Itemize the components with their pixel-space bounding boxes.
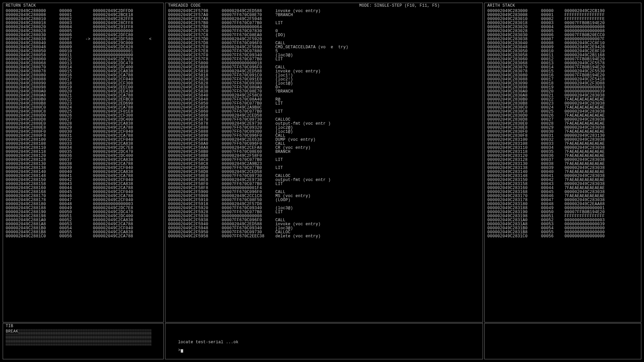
threaded-code-row: 000002049C2F583000007FF670C080A0 0> [168, 85, 480, 89]
threaded-code-row: 000002049C2F593800007FF670C096F0 CALL [168, 218, 480, 222]
tib-panel: TIB BREAK░░░░░░░░░░░░░░░░░░░░░░░░░░░░░░░… [3, 323, 164, 359]
arith-stack-row: 000002049C2831C000056 0000000000000000 [487, 234, 638, 238]
threaded-code-row: 000002049C2F595800007FF670C2EEC38 delete… [168, 234, 480, 238]
threaded-code-row: 000002049C2F59300000000000000008 [168, 214, 480, 218]
tib-body: BREAK░░░░░░░░░░░░░░░░░░░░░░░░░░░░░░░░░░░… [3, 329, 163, 346]
threaded-code-row: 000002049C2F57F000007FF670C09340 (loc3@) [168, 53, 480, 57]
return-stack-title: RETURN STACK [3, 3, 163, 8]
threaded-code-row: 000002049C2F57D0000002049C2F5920 [168, 37, 480, 41]
threaded-code-row: 000002049C2F58B000007FF670C08E60 BRANCH [168, 150, 480, 154]
threaded-code-panel: THREADED CODE MODE: SINGLE-STEP (F10, F1… [165, 3, 483, 322]
threaded-code-row: 000002049C2F580800007FF670C096F0 CALL [168, 65, 480, 69]
threaded-code-row: 000002049C2F57C000007FF670C07830 0 [168, 29, 480, 33]
threaded-code-row: 000002049C2F5810000002049C2ED588 invoke … [168, 69, 480, 73]
threaded-code-row: 000002049C2F57F800007FF670C077B0 LIT [168, 57, 480, 61]
threaded-code-row: 000002049C2F57B80000000000000064 [168, 25, 480, 29]
threaded-code-row: 000002049C2F582800007FF670C09300 (loc1@) [168, 81, 480, 85]
threaded-code-row: 000002049C2F57E800007FF670C07880 5 [168, 49, 480, 53]
threaded-code-header: THREADED CODE MODE: SINGLE-STEP (F10, F1… [165, 3, 483, 8]
threaded-code-row: 000002049C2F5840000002049C2F58C0 [168, 94, 480, 98]
return-stack-panel: RETURN STACK 000002049C28800000000 00000… [3, 3, 164, 322]
threaded-code-row: 000002049C2F585000007FF670C077B0 LIT [168, 102, 480, 106]
threaded-code-row: 000002049C2F588000007FF670C09320 (loc2@) [168, 126, 480, 130]
arith-stack-panel: ARITH STACK 000002049C28300000000 000002… [484, 3, 641, 322]
threaded-code-row: 000002049C2F583800007FF670C08E70 ?BRANCH [168, 89, 480, 94]
threaded-code-row: 000002049C2F58A8000002049C2CEFA8 CR (voc… [168, 146, 480, 150]
threaded-code-row: 000002049C2F595000007FF670C09730 CALLOC [168, 230, 480, 234]
threaded-code-row: 000002049C2F5898000002049C2E6538 DUMP (v… [168, 138, 480, 142]
threaded-code-row: 000002049C2F58A000007FF670C096F0 CALL [168, 142, 480, 146]
threaded-code-row: 000002049C2F586000007FF670C077B0 LIT [168, 110, 480, 114]
console-prompt: > [178, 348, 181, 353]
threaded-code-row: 000002049C2F5798000002049C2ED588 invoke … [168, 9, 480, 13]
console-body: locate test-serial ...ok > [165, 323, 483, 357]
threaded-code-row: 000002049C2F592000007FF670C09340 (loc3@) [168, 206, 480, 210]
threaded-code-row: 000002049C2F5918000002049C2F57D8 [168, 202, 480, 206]
threaded-code-row: 000002049C2F590000007FF670C096F0 CALL [168, 190, 480, 194]
threaded-code-row: 000002049C2F57C800007FF670C08EA0 (DO) [168, 33, 480, 37]
threaded-code-row: 000002049C2F58B8000002049C2F58F0 [168, 154, 480, 158]
threaded-code-row: 000002049C2F5878000002049C2E9730 output-… [168, 122, 480, 126]
console-panel[interactable]: locate test-serial ...ok > [165, 323, 483, 359]
threaded-code-row: 000002049C2F57A8000002049C2F5948 [168, 17, 480, 21]
threaded-code-row: 000002049C2F581800007FF670C091C0 (loc1!) [168, 73, 480, 77]
threaded-code-row: 000002049C2F5908000002049C2CC1C8 MS (voc… [168, 194, 480, 198]
threaded-code-row: 000002049C2F58F800000000000001F4 [168, 186, 480, 190]
threaded-code-row: 000002049C2F5940000002049C2ED588 invoke … [168, 222, 480, 226]
mode-label: MODE: SINGLE-STEP (F10, F11, F5) [359, 4, 440, 8]
console-output: locate test-serial ...ok [178, 340, 238, 345]
arith-stack-body: 000002049C28300000000 000002049C2CB19000… [485, 8, 641, 239]
threaded-code-row: 000002049C2F58D8000002049C2CED58 [168, 170, 480, 174]
threaded-code-row: 000002049C2F591000007FF670C08F50 (LOOP) [168, 198, 480, 202]
threaded-code-row: 000002049C2F594800007FF670C09340 (loc3@) [168, 226, 480, 230]
threaded-code-row: 000002049C2F57E0000002049C2F5690 CMD_GET… [168, 45, 480, 49]
threaded-code-row: 000002049C2F58C000007FF670C077B0 LIT [168, 158, 480, 162]
threaded-code-row: 000002049C2F589000007FF670C096F0 CALL [168, 134, 480, 138]
extra-panel [484, 323, 641, 359]
threaded-code-row: 000002049C2F5868000002049C2CED58 [168, 114, 480, 118]
threaded-code-row: 000002049C2F58F000007FF670C077B0 LIT [168, 182, 480, 186]
threaded-code-title: THREADED CODE [168, 3, 201, 8]
threaded-code-row: 000002049C2F58000000000000000018 [168, 61, 480, 65]
threaded-code-row: 000002049C2F584800007FF670C08A40 R@ [168, 98, 480, 102]
return-stack-row: 000002049C2881C000056 000002049C2CA788 [6, 234, 161, 238]
arith-stack-title: ARITH STACK [485, 3, 641, 8]
threaded-code-row: 000002049C2F58D000007FF670C077B0 LIT [168, 166, 480, 170]
tib-title: TIB [3, 323, 163, 329]
cursor-icon [181, 349, 183, 353]
threaded-code-body: 000002049C2F5798000002049C2ED588 invoke … [165, 8, 483, 239]
threaded-code-row: 000002049C2F58E8000002049C2E9730 output-… [168, 178, 480, 182]
threaded-code-row: 000002049C2F588800007FF670C09300 (loc1@) [168, 130, 480, 134]
threaded-code-row: 000002049C2F57B000007FF670C077B0 LIT [168, 21, 480, 25]
threaded-code-row: 000002049C2F582000007FF670C091E0 (loc2!) [168, 77, 480, 81]
threaded-code-row: 000002049C2F592800007FF670C077B0 LIT [168, 210, 480, 214]
return-stack-body: 000002049C28800000000 000002049C2DFFD000… [3, 8, 163, 239]
threaded-code-row: 000002049C2F57A000007FF670C08E70 ?BRANCH [168, 13, 480, 17]
threaded-code-row: 000002049C2F58C8000002049C2A9B23 [168, 162, 480, 166]
threaded-code-row: 000002049C2F5858000002049C2A9B0C [168, 106, 480, 110]
